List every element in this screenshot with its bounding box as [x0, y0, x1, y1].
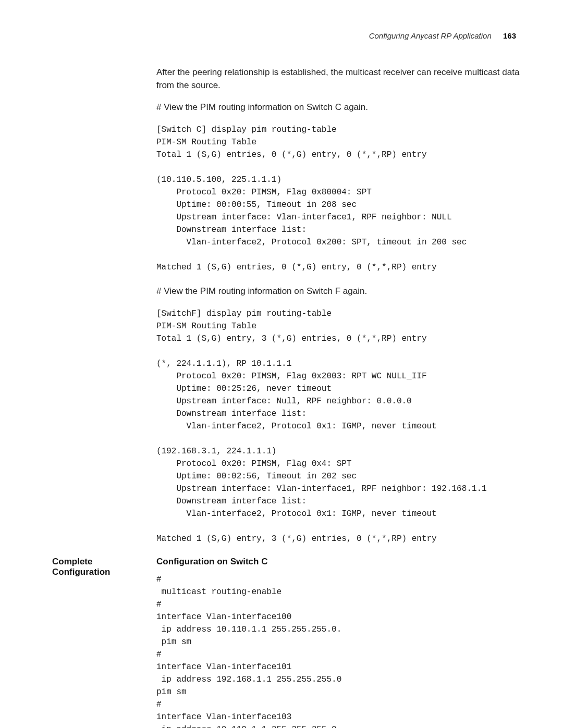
terminal-output-switch-f: [SwitchF] display pim routing-table PIM-… [156, 307, 527, 545]
complete-configuration-row: Complete Configuration Configuration on … [52, 557, 527, 728]
side-heading-complete-configuration: Complete Configuration [52, 557, 156, 577]
page: Configuring Anycast RP Application 163 A… [0, 0, 563, 728]
config-switch-c: # multicast routing-enable # interface V… [156, 573, 527, 728]
subsection-heading-switch-c: Configuration on Switch C [156, 557, 527, 567]
main-column: After the peering relationship is establ… [156, 66, 527, 545]
header-page-number: 163 [503, 31, 516, 40]
terminal-output-switch-c: [Switch C] display pim routing-table PIM… [156, 124, 527, 274]
running-header: Configuring Anycast RP Application 163 [52, 31, 527, 40]
view-switch-f-paragraph: # View the PIM routing information on Sw… [156, 285, 527, 298]
view-switch-c-paragraph: # View the PIM routing information on Sw… [156, 101, 527, 114]
header-section-title: Configuring Anycast RP Application [369, 31, 492, 40]
intro-paragraph: After the peering relationship is establ… [156, 66, 527, 92]
complete-configuration-body: Configuration on Switch C # multicast ro… [156, 557, 527, 728]
